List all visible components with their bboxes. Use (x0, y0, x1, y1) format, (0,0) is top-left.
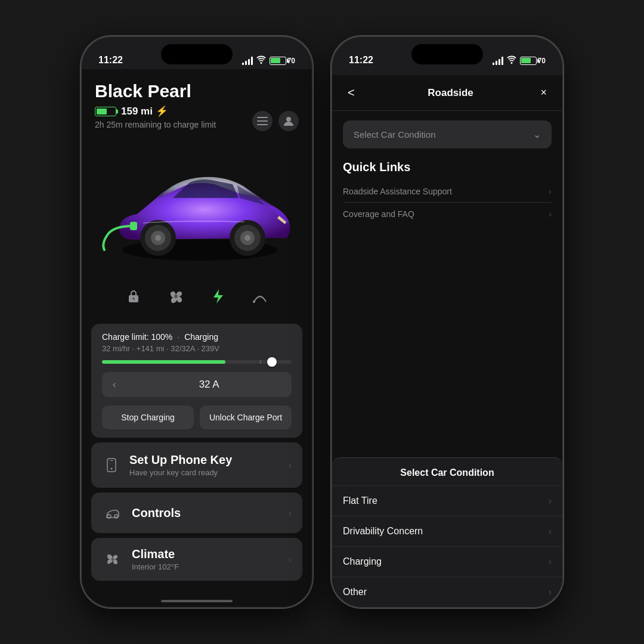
action-icons-row (95, 274, 299, 319)
charge-card: Charge limit: 100% · Charging 32 mi/hr ·… (91, 324, 302, 438)
controls-item[interactable]: Controls › (91, 493, 302, 533)
quick-link-faq-label: Coverage and FAQ (343, 209, 549, 219)
quick-link-roadside-chevron: › (549, 186, 552, 196)
home-screen: Black Pearl 159 mi ⚡ 2h 25m remaining to… (82, 69, 312, 607)
roadside-screen: < Roadside × Select Car Condition ⌄ Quic… (332, 75, 562, 607)
bolt-symbol: ⚡ (156, 106, 168, 117)
bottom-sheet-flat-tire[interactable]: Flat Tire › (332, 486, 562, 516)
quick-link-roadside-label: Roadside Assistance Support (343, 187, 549, 196)
svg-rect-2 (257, 124, 268, 125)
phone-key-text: Set Up Phone Key Have your key card read… (129, 453, 288, 477)
roadside-title: Roadside (366, 87, 536, 99)
controls-icon (102, 502, 123, 524)
climate-chevron: › (288, 553, 292, 566)
select-condition-label: Select Car Condition (354, 129, 533, 140)
phone2-content: < Roadside × Select Car Condition ⌄ Quic… (332, 69, 562, 607)
stop-charging-button[interactable]: Stop Charging (102, 405, 194, 429)
wifi-icon-right (507, 55, 516, 66)
bottom-sheet-charging[interactable]: Charging › (332, 547, 562, 577)
charge-progress-bar (102, 360, 292, 364)
car-svg (95, 145, 298, 265)
wifi-icon-left (256, 55, 266, 66)
climate-icon (102, 549, 123, 570)
phone-key-icon (102, 456, 121, 475)
svg-rect-13 (130, 222, 137, 230)
charge-button[interactable] (203, 282, 232, 311)
charging-chevron: › (549, 556, 552, 567)
select-condition-dropdown[interactable]: Select Car Condition ⌄ (343, 120, 552, 148)
svg-point-20 (111, 468, 113, 470)
phone-key-item[interactable]: Set Up Phone Key Have your key card read… (91, 442, 302, 488)
climate-title: Climate (132, 547, 288, 561)
charge-buttons-row: Stop Charging Unlock Charge Port (102, 405, 292, 429)
profile-icon[interactable] (278, 111, 299, 131)
bottom-sheet: Select Car Condition Flat Tire › Drivabi… (332, 457, 562, 607)
select-condition-chevron: ⌄ (533, 129, 541, 140)
amps-value: 32 A (126, 379, 292, 391)
dynamic-island-left (161, 44, 233, 64)
charge-title-row: Charge limit: 100% · Charging (102, 332, 292, 342)
status-icons-right: 70 (493, 55, 546, 66)
roadside-main-content: Select Car Condition ⌄ Quick Links Roads… (332, 111, 562, 246)
drivability-label: Drivability Concern (343, 526, 549, 537)
controls-text: Controls (132, 506, 288, 520)
roadside-header: < Roadside × (332, 75, 562, 111)
status-icons-left: 70 (242, 55, 295, 66)
close-button[interactable]: × (535, 84, 552, 101)
other-label: Other (343, 587, 549, 597)
time-right: 11:22 (349, 55, 373, 66)
signal-icon-left (242, 57, 253, 65)
battery-icon-right: 70 (520, 57, 546, 65)
svg-rect-1 (257, 120, 268, 122)
back-button[interactable]: < (343, 83, 360, 102)
climate-subtitle: Interior 102°F (132, 562, 288, 571)
charge-amps-row: ‹ 32 A (102, 372, 292, 397)
svg-point-15 (132, 298, 135, 300)
quick-links-section: Quick Links Roadside Assistance Support … (343, 160, 552, 225)
car-image-area (82, 137, 312, 274)
quick-link-faq-chevron: › (549, 209, 552, 219)
fan-button[interactable] (162, 282, 190, 311)
controls-chevron: › (288, 507, 292, 519)
flat-tire-chevron: › (549, 496, 552, 506)
time-left: 11:22 (98, 55, 123, 66)
svg-point-17 (253, 301, 255, 303)
charge-subtitle: 32 mi/hr · +141 mi · 32/32A · 239V (102, 344, 292, 353)
quick-link-faq[interactable]: Coverage and FAQ › (343, 203, 552, 225)
quick-link-roadside[interactable]: Roadside Assistance Support › (343, 180, 552, 203)
home-indicator-left (161, 600, 233, 602)
lock-button[interactable] (119, 282, 148, 311)
svg-point-23 (112, 558, 114, 561)
climate-text: Climate Interior 102°F (132, 547, 288, 571)
bottom-sheet-other[interactable]: Other › (332, 577, 562, 607)
quick-links-title: Quick Links (343, 160, 552, 174)
header-icon-group (252, 111, 299, 131)
controls-title: Controls (132, 506, 288, 520)
charge-status: Charging (184, 332, 218, 342)
svg-point-16 (174, 295, 178, 298)
flat-tire-label: Flat Tire (343, 496, 549, 506)
amps-decrease-button[interactable]: ‹ (102, 372, 126, 397)
car-name: Black Pearl (95, 81, 299, 101)
charging-label: Charging (343, 556, 549, 567)
wiper-button[interactable] (246, 282, 274, 311)
svg-rect-0 (257, 117, 268, 118)
svg-point-22 (114, 515, 118, 518)
phone-left: 11:22 70 Bl (80, 36, 313, 608)
car-battery-bar (95, 107, 116, 116)
dynamic-island-right (411, 44, 483, 64)
bottom-sheet-drivability[interactable]: Drivability Concern › (332, 516, 562, 547)
charge-dot: · (177, 332, 179, 342)
other-chevron: › (549, 587, 552, 597)
menu-icon[interactable] (252, 111, 273, 131)
charge-title: Charge limit: 100% (102, 332, 172, 342)
phone-right: 11:22 70 < (331, 36, 564, 608)
bottom-sheet-title: Select Car Condition (343, 467, 552, 478)
charge-progress-handle[interactable] (267, 357, 277, 367)
drivability-chevron: › (549, 526, 552, 537)
climate-item[interactable]: Climate Interior 102°F › (91, 538, 302, 581)
unlock-charge-port-button[interactable]: Unlock Charge Port (200, 405, 292, 429)
phone-key-title: Set Up Phone Key (129, 453, 288, 467)
svg-point-12 (244, 235, 250, 241)
phone-key-chevron: › (288, 459, 292, 472)
